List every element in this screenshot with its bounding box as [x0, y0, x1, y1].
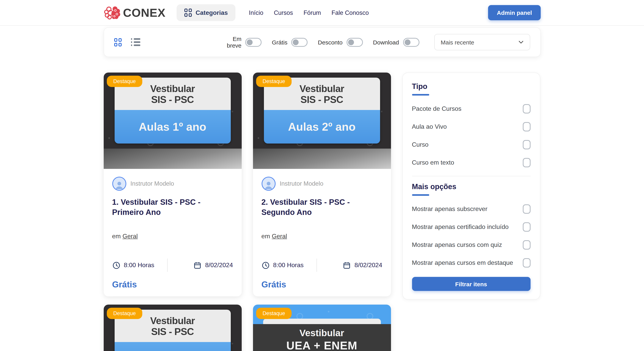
instructor-name: Instrutor Modelo — [130, 180, 174, 187]
instructor-avatar — [112, 177, 126, 191]
course-meta: 8:00 Horas 8/02/2024 — [112, 259, 233, 272]
sort-select[interactable]: Mais recente — [434, 34, 530, 50]
instructor-name: Instrutor Modelo — [280, 180, 323, 187]
nav-fale-conosco[interactable]: Fale Conosco — [332, 9, 369, 16]
em-breve-toggle[interactable] — [246, 38, 262, 47]
price-label: Grátis — [262, 280, 382, 290]
nav-forum[interactable]: Fórum — [304, 9, 321, 16]
filter-sidebar: Tipo Pacote de Cursos Aula ao Vivo Curso… — [402, 73, 540, 299]
course-duration: 8:00 Horas — [273, 262, 304, 269]
course-grid: Vestibular SIS - PSC Aulas 1º ano Destaq… — [104, 73, 540, 351]
featured-badge: Destaque — [106, 308, 142, 319]
gratis-label: Grátis — [272, 39, 288, 46]
categories-button[interactable]: Categorias — [176, 4, 236, 21]
cover-line2: UEA + ENEM — [253, 339, 391, 351]
checkbox-curso-em-texto[interactable] — [522, 158, 530, 167]
course-category: em Geral — [112, 233, 233, 240]
price-label: Grátis — [112, 280, 233, 290]
calendar-icon — [194, 261, 202, 269]
cover-banner: Aulas 1º ano — [114, 110, 230, 144]
category-link[interactable]: Geral — [272, 233, 287, 239]
checkbox-quiz[interactable] — [522, 240, 530, 250]
brain-icon — [104, 5, 121, 21]
header: CONEX Categorias Início Cursos Fórum Fal… — [0, 0, 644, 26]
title-underline — [412, 194, 429, 196]
type-section-title: Tipo — [412, 82, 530, 91]
brand-logo[interactable]: CONEX — [104, 5, 166, 21]
cover-white-strip — [263, 319, 381, 324]
checkbox-destaque[interactable] — [522, 258, 530, 267]
title-underline — [412, 94, 429, 96]
calendar-icon — [343, 261, 351, 269]
filter-items-button[interactable]: Filtrar itens — [412, 277, 530, 291]
checkbox-certificado[interactable] — [522, 222, 530, 232]
course-title[interactable]: 1. Vestibular SIS - PSC - Primeiro Ano — [112, 197, 233, 217]
course-title[interactable]: 2. Vestibular SIS - PSC - Segundo Ano — [262, 197, 382, 217]
checkbox-pacote-de-cursos[interactable] — [522, 104, 530, 114]
course-card-3[interactable]: Vestibular SIS - PSC Aulas 3º ano Destaq… — [104, 304, 242, 351]
admin-panel-button[interactable]: Admin panel — [488, 5, 540, 20]
course-card-4[interactable]: Vestibular UEA + ENEM (UFAM - IFAM) Dest… — [253, 304, 391, 351]
download-label: Download — [373, 39, 399, 46]
category-link[interactable]: Geral — [122, 233, 138, 239]
course-card-1[interactable]: Vestibular SIS - PSC Aulas 1º ano Destaq… — [104, 73, 242, 296]
featured-badge: Destaque — [256, 308, 292, 319]
checkbox-curso[interactable] — [522, 140, 530, 149]
course-duration: 8:00 Horas — [124, 262, 154, 269]
toggle-knob — [404, 39, 410, 45]
sort-selected-value: Mais recente — [441, 39, 474, 46]
filter-bar: Em breve Grátis Desconto Download Mais r… — [104, 27, 540, 57]
course-cover: Vestibular SIS - PSC Aulas 1º ano Destaq… — [104, 73, 242, 169]
em-breve-label: Em breve — [224, 36, 242, 49]
type-option-curso-em-texto: Curso em texto — [412, 158, 530, 167]
course-date: 8/02/2024 — [354, 262, 382, 269]
type-option-aula-ao-vivo: Aula ao Vivo — [412, 122, 530, 131]
clock-icon — [262, 261, 270, 269]
toggle-knob — [293, 39, 299, 45]
more-option-destaque: Mostrar apenas cursos em destaque — [412, 258, 530, 267]
type-option-curso: Curso — [412, 140, 530, 149]
person-icon — [263, 180, 274, 190]
featured-badge: Destaque — [256, 76, 292, 87]
course-category: em Geral — [262, 233, 382, 240]
course-meta: 8:00 Horas 8/02/2024 — [262, 259, 382, 272]
grid-view-icon[interactable] — [114, 38, 122, 46]
course-date: 8/02/2024 — [205, 262, 233, 269]
cover-dark-panel: Vestibular UEA + ENEM (UFAM - IFAM) — [253, 324, 391, 351]
sidebar-divider — [412, 176, 530, 176]
person-icon — [114, 180, 124, 190]
desconto-label: Desconto — [318, 39, 343, 46]
gratis-toggle[interactable] — [292, 38, 308, 47]
clock-icon — [112, 261, 120, 269]
course-cover: Vestibular SIS - PSC Aulas 3º ano Destaq… — [104, 304, 242, 351]
more-option-certificado: Mostrar apenas certificado incluído — [412, 222, 530, 232]
cover-line2: SIS - PSC — [114, 94, 230, 105]
category-prefix: em — [262, 233, 270, 239]
nav-cursos[interactable]: Cursos — [274, 9, 293, 16]
cover-line2: SIS - PSC — [264, 94, 380, 105]
categories-grid-icon — [184, 9, 192, 17]
more-option-quiz: Mostrar apenas cursos com quiz — [412, 240, 530, 250]
download-toggle[interactable] — [403, 38, 419, 47]
type-option-pacote-de-cursos: Pacote de Cursos — [412, 104, 530, 114]
toggle-knob — [247, 39, 253, 45]
chevron-down-icon — [518, 40, 523, 44]
nav-inicio[interactable]: Início — [249, 9, 263, 16]
course-cover: Vestibular UEA + ENEM (UFAM - IFAM) Dest… — [253, 304, 391, 351]
cover-banner: Aulas 3º ano — [114, 342, 230, 351]
cover-line1: Vestibular — [253, 327, 391, 339]
list-view-icon[interactable] — [131, 38, 140, 46]
checkbox-aula-ao-vivo[interactable] — [522, 122, 530, 131]
toggle-group: Em breve Grátis Desconto Download — [224, 36, 419, 49]
brand-name: CONEX — [123, 6, 166, 19]
course-card-2[interactable]: Vestibular SIS - PSC Aulas 2º ano Destaq… — [253, 73, 391, 296]
desconto-toggle[interactable] — [346, 38, 363, 47]
more-option-subscrever: Mostrar apenas subscrever — [412, 204, 530, 214]
page: CONEX Categorias Início Cursos Fórum Fal… — [0, 0, 644, 351]
checkbox-subscrever[interactable] — [522, 204, 530, 214]
more-options-title: Mais opções — [412, 183, 530, 191]
course-cover: Vestibular SIS - PSC Aulas 2º ano Destaq… — [253, 73, 391, 169]
toggle-knob — [348, 39, 354, 45]
featured-badge: Destaque — [106, 76, 142, 87]
categories-label: Categorias — [196, 9, 228, 16]
